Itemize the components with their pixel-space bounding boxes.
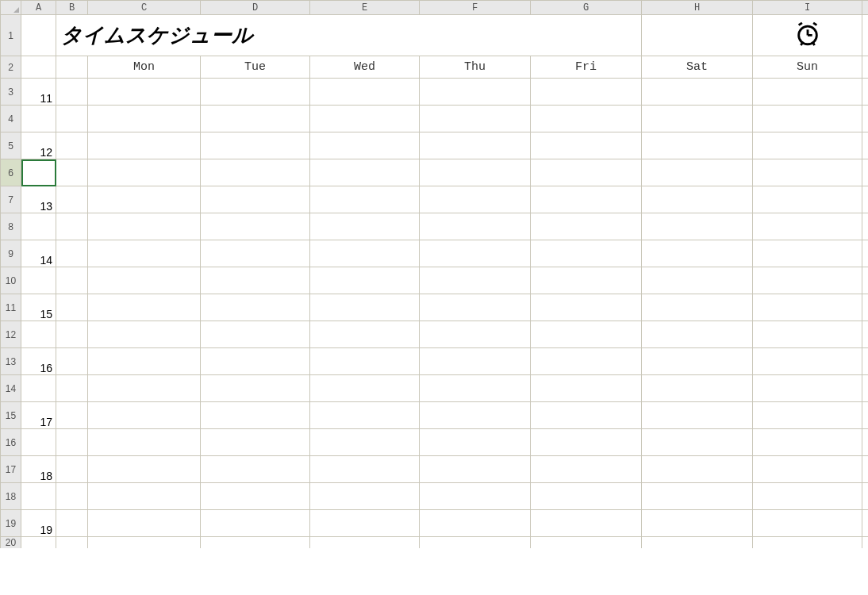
cell-B17[interactable]	[56, 456, 88, 483]
cell-B12[interactable]	[56, 321, 88, 348]
cell-G13[interactable]	[531, 348, 642, 375]
cell-E19[interactable]	[310, 510, 420, 537]
cell-C10[interactable]	[88, 267, 201, 294]
cell-E9[interactable]	[310, 240, 420, 267]
cell-I8[interactable]	[753, 213, 862, 240]
cell-D11[interactable]	[201, 294, 310, 321]
cell-F5[interactable]	[420, 132, 531, 159]
cell-A1[interactable]	[21, 15, 56, 56]
cell-C16[interactable]	[88, 429, 201, 456]
cell-D7[interactable]	[201, 186, 310, 213]
day-header-mon[interactable]: Mon	[88, 56, 201, 79]
cell-D17[interactable]	[201, 456, 310, 483]
row-header-7[interactable]: 7	[1, 186, 21, 213]
cell-F4[interactable]	[420, 106, 531, 132]
cell-I9[interactable]	[753, 240, 862, 267]
cell-tail-10[interactable]	[862, 267, 869, 294]
cell-A20[interactable]	[21, 537, 56, 549]
cell-E4[interactable]	[310, 106, 420, 132]
cell-D10[interactable]	[201, 267, 310, 294]
cell-A14[interactable]	[21, 375, 56, 402]
row-header-2[interactable]: 2	[1, 56, 21, 79]
cell-B20[interactable]	[56, 537, 88, 549]
cell-H7[interactable]	[642, 186, 753, 213]
cell-E13[interactable]	[310, 348, 420, 375]
cell-F7[interactable]	[420, 186, 531, 213]
cell-D6[interactable]	[201, 159, 310, 186]
cell-B15[interactable]	[56, 402, 88, 429]
cell-H9[interactable]	[642, 240, 753, 267]
cell-A15[interactable]: 17	[21, 402, 56, 429]
cell-H12[interactable]	[642, 321, 753, 348]
cell-F15[interactable]	[420, 402, 531, 429]
cell-I13[interactable]	[753, 348, 862, 375]
cell-A12[interactable]	[21, 321, 56, 348]
row-header-14[interactable]: 14	[1, 375, 21, 402]
cell-H16[interactable]	[642, 429, 753, 456]
cell-C5[interactable]	[88, 132, 201, 159]
cell-F16[interactable]	[420, 429, 531, 456]
cell-G19[interactable]	[531, 510, 642, 537]
cell-I17[interactable]	[753, 456, 862, 483]
cell-I20[interactable]	[753, 537, 862, 549]
cell-B3[interactable]	[56, 79, 88, 106]
cell-H17[interactable]	[642, 456, 753, 483]
cell-E5[interactable]	[310, 132, 420, 159]
cell-tail-15[interactable]	[862, 402, 869, 429]
cell-E12[interactable]	[310, 321, 420, 348]
cell-H20[interactable]	[642, 537, 753, 549]
cell-I6[interactable]	[753, 159, 862, 186]
cell-F17[interactable]	[420, 456, 531, 483]
cell-A16[interactable]	[21, 429, 56, 456]
row-header-13[interactable]: 13	[1, 348, 21, 375]
cell-C17[interactable]	[88, 456, 201, 483]
cell-G14[interactable]	[531, 375, 642, 402]
cell-tail-7[interactable]	[862, 186, 869, 213]
cell-G7[interactable]	[531, 186, 642, 213]
row-header-4[interactable]: 4	[1, 106, 21, 132]
cell-C19[interactable]	[88, 510, 201, 537]
cell-H3[interactable]	[642, 79, 753, 106]
day-header-sat[interactable]: Sat	[642, 56, 753, 79]
cell-tail-3[interactable]	[862, 79, 869, 106]
row-header-9[interactable]: 9	[1, 240, 21, 267]
cell-C14[interactable]	[88, 375, 201, 402]
cell-E17[interactable]	[310, 456, 420, 483]
cell-G4[interactable]	[531, 106, 642, 132]
cell-G9[interactable]	[531, 240, 642, 267]
cell-E7[interactable]	[310, 186, 420, 213]
cell-C12[interactable]	[88, 321, 201, 348]
cell-E20[interactable]	[310, 537, 420, 549]
cell-tail-19[interactable]	[862, 510, 869, 537]
cell-tail-4[interactable]	[862, 106, 869, 132]
cell-tail-14[interactable]	[862, 375, 869, 402]
cell-F9[interactable]	[420, 240, 531, 267]
cell-E8[interactable]	[310, 213, 420, 240]
cell-I12[interactable]	[753, 321, 862, 348]
row-header-12[interactable]: 12	[1, 321, 21, 348]
row-header-17[interactable]: 17	[1, 456, 21, 483]
cell-G6[interactable]	[531, 159, 642, 186]
cell-tail-11[interactable]	[862, 294, 869, 321]
cell-B2[interactable]	[56, 56, 88, 79]
cell-C18[interactable]	[88, 483, 201, 510]
cell-I16[interactable]	[753, 429, 862, 456]
cell-D16[interactable]	[201, 429, 310, 456]
cell-tail-9[interactable]	[862, 240, 869, 267]
cell-A13[interactable]: 16	[21, 348, 56, 375]
cell-H19[interactable]	[642, 510, 753, 537]
cell-I19[interactable]	[753, 510, 862, 537]
cell-G10[interactable]	[531, 267, 642, 294]
cell-H6[interactable]	[642, 159, 753, 186]
cell-A10[interactable]	[21, 267, 56, 294]
cell-H8[interactable]	[642, 213, 753, 240]
cell-A2[interactable]	[21, 56, 56, 79]
cell-E10[interactable]	[310, 267, 420, 294]
cell-I15[interactable]	[753, 402, 862, 429]
cell-I3[interactable]	[753, 79, 862, 106]
cell-F12[interactable]	[420, 321, 531, 348]
cell-D19[interactable]	[201, 510, 310, 537]
cell-I7[interactable]	[753, 186, 862, 213]
cell-E14[interactable]	[310, 375, 420, 402]
cell-tail-20[interactable]	[862, 537, 869, 549]
